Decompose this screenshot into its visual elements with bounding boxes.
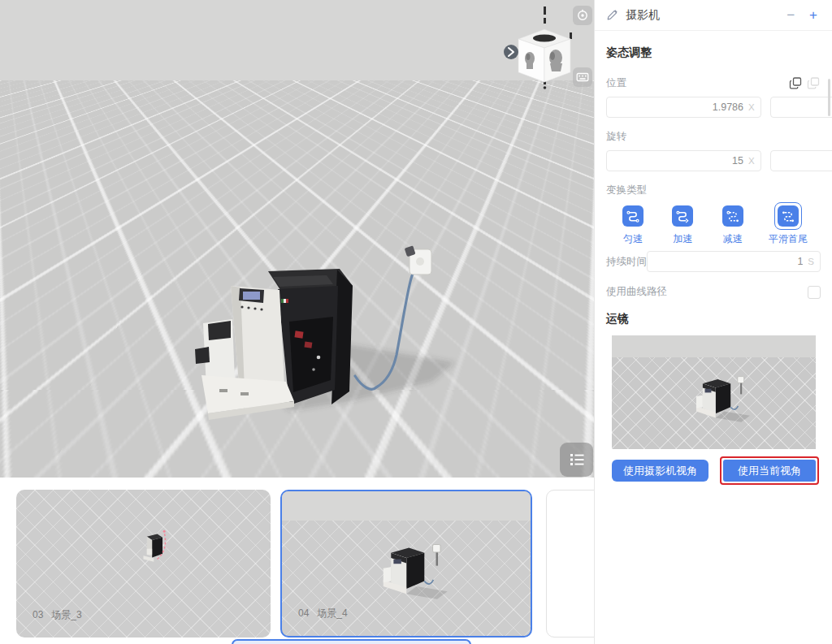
smooth-ends-icon[interactable] xyxy=(778,205,799,227)
duration-field[interactable]: S xyxy=(647,251,821,272)
copy-icon-disabled[interactable] xyxy=(807,76,821,90)
panel-header: 摄影机 − + xyxy=(595,0,832,31)
position-label: 位置 xyxy=(606,76,626,90)
camera-properties-panel: 摄影机 − + 姿态调整 位置 xyxy=(594,0,832,644)
list-icon xyxy=(568,451,586,469)
accelerate-icon[interactable] xyxy=(672,205,693,227)
focus-icon xyxy=(576,9,589,22)
option-label: 匀速 xyxy=(623,232,643,246)
position-x-input[interactable] xyxy=(613,102,743,113)
decelerate-icon[interactable] xyxy=(722,205,743,227)
transform-option-accelerate[interactable]: 加速 xyxy=(661,205,704,246)
expand-button[interactable]: + xyxy=(806,8,821,22)
uniform-speed-icon[interactable] xyxy=(622,205,644,227)
thumbnail-label: 04场景_4 xyxy=(298,607,356,620)
panel-scrollbar[interactable] xyxy=(828,79,830,116)
scene-list-button[interactable] xyxy=(560,443,593,477)
rotate-view-arrow[interactable] xyxy=(504,45,518,59)
option-label: 减速 xyxy=(723,232,743,246)
pencil-icon xyxy=(606,9,618,21)
scene-thumbnail-strip: 03场景_3 04场景_4 xyxy=(0,478,594,644)
axis-label: X xyxy=(748,102,755,112)
position-inputs: X Y Z xyxy=(606,97,821,118)
option-label: 加速 xyxy=(673,232,692,246)
keyboard-icon xyxy=(576,71,589,84)
rotation-y-field[interactable]: Y xyxy=(770,150,832,171)
position-y-input[interactable] xyxy=(777,102,832,113)
preview-sky xyxy=(612,335,816,357)
axis-label: X xyxy=(748,156,755,166)
thumbnail-label: 03场景_3 xyxy=(32,608,90,622)
click-highlight-box: 使用当前视角 xyxy=(720,456,819,485)
transform-option-uniform[interactable]: 匀速 xyxy=(611,205,655,246)
rotation-y-input[interactable] xyxy=(777,155,832,166)
duration-input[interactable] xyxy=(653,256,803,267)
app-root: 摄影机 − + 姿态调整 位置 xyxy=(0,0,832,644)
pose-section-title: 姿态调整 xyxy=(606,45,821,60)
position-x-field[interactable]: X xyxy=(606,97,761,118)
position-y-field[interactable]: Y xyxy=(770,97,832,118)
shortcuts-button[interactable] xyxy=(573,67,592,87)
use-current-view-button[interactable]: 使用当前视角 xyxy=(723,460,816,482)
thumb-sky xyxy=(282,491,531,521)
scene-thumbnail-3[interactable]: 03场景_3 xyxy=(16,490,271,638)
curve-path-checkbox[interactable] xyxy=(808,286,821,299)
rotation-inputs: X Y Z xyxy=(606,150,821,171)
rotation-label: 旋转 xyxy=(606,130,626,144)
transform-option-decelerate[interactable]: 减速 xyxy=(711,205,755,246)
focus-view-button[interactable] xyxy=(573,6,592,25)
rotation-x-field[interactable]: X xyxy=(606,150,761,171)
panel-title: 摄影机 xyxy=(626,8,783,23)
transform-option-smooth[interactable]: 平滑首尾 xyxy=(760,205,816,246)
duration-label: 持续时间 xyxy=(606,255,647,269)
camera-preview[interactable] xyxy=(612,335,816,449)
rotation-x-input[interactable] xyxy=(613,155,743,166)
3d-viewport[interactable] xyxy=(0,0,594,478)
duration-unit: S xyxy=(808,257,814,266)
transform-type-label: 变换类型 xyxy=(606,184,821,197)
collapse-button[interactable]: − xyxy=(783,8,798,22)
motion-section-title: 运镜 xyxy=(606,312,821,326)
selected-item-peek[interactable] xyxy=(232,639,471,644)
use-camera-view-button[interactable]: 使用摄影机视角 xyxy=(612,460,708,482)
copy-icon[interactable] xyxy=(789,76,803,90)
option-label: 平滑首尾 xyxy=(769,232,808,246)
scene-thumbnail-next[interactable] xyxy=(546,490,594,638)
curve-path-label: 使用曲线路径 xyxy=(606,285,667,299)
selected-option-outline xyxy=(774,202,802,230)
thumb4-machine xyxy=(373,540,450,604)
scene-thumbnail-4-selected[interactable]: 04场景_4 xyxy=(280,490,532,638)
thumb3-machine xyxy=(126,522,187,571)
preview-machine xyxy=(687,373,752,426)
power-plug xyxy=(405,245,431,274)
